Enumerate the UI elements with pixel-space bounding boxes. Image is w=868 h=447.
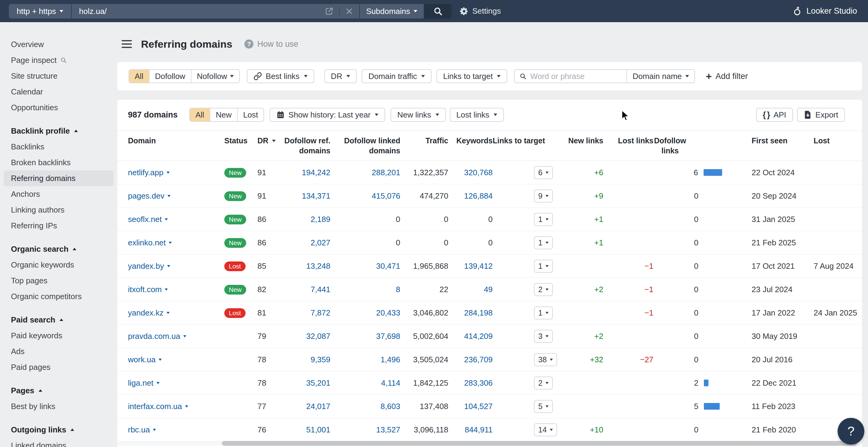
domain-caret-icon[interactable] [159,358,162,361]
domain-link[interactable]: pages.dev [128,191,164,201]
keywords-value[interactable]: 844,911 [448,425,493,435]
sidebar-item-organic-competitors[interactable]: Organic competitors [4,288,114,304]
target-url-input[interactable]: holz.ua/ [71,4,359,19]
lost-links-dropdown[interactable]: Lost links [450,108,504,122]
domain-caret-icon[interactable] [153,429,156,431]
keywords-value[interactable]: 126,884 [448,191,493,201]
links-to-target-dropdown[interactable]: 1 [534,236,553,249]
keywords-value[interactable]: 49 [448,285,493,294]
lost-links-value[interactable]: −1 [608,262,654,271]
dofollow-linked-domains-value[interactable]: 30,471 [330,262,400,271]
dofollow-ref-domains-value[interactable]: 2,027 [283,238,330,247]
keywords-value[interactable]: 236,709 [448,355,493,365]
links-to-target-dropdown[interactable]: 6 [534,166,553,179]
column-header-keywords[interactable]: Keywords [448,136,493,146]
domain-link[interactable]: itxoft.com [128,285,162,294]
dofollow-linked-domains-value[interactable]: 13,527 [330,425,400,435]
sidebar-item-page-inspect[interactable]: Page inspect [4,52,114,68]
keywords-value[interactable]: 283,306 [448,378,493,388]
dofollow-ref-domains-value[interactable]: 35,201 [283,378,330,388]
column-header-dr[interactable]: DR [253,136,283,146]
new-links-value[interactable]: +32 [567,355,608,365]
how-to-use-link[interactable]: ? How to use [244,39,298,49]
dofollow-ref-domains-value[interactable]: 7,872 [283,308,330,318]
dofollow-ref-domains-value[interactable]: 194,242 [283,168,330,177]
seg-new-button[interactable]: New [210,108,237,121]
help-button[interactable]: ? [838,418,864,445]
looker-studio-link[interactable]: Looker Studio [792,0,857,22]
links-to-target-dropdown[interactable]: 1 [534,306,553,319]
links-to-target-filter[interactable]: Links to target [436,69,507,83]
column-header-lost[interactable]: Lost [807,136,862,146]
scope-dropdown[interactable]: Subdomains [359,4,424,19]
dofollow-ref-domains-value[interactable]: 32,087 [283,332,330,341]
links-to-target-dropdown[interactable]: 9 [534,190,553,203]
dofollow-ref-domains-value[interactable]: 9,359 [283,355,330,365]
domain-link[interactable]: netlify.app [128,168,163,177]
keywords-value[interactable]: 320,768 [448,168,493,177]
new-links-value[interactable]: +6 [567,168,608,177]
sidebar-group-header[interactable]: Paid search [4,312,114,328]
dr-filter[interactable]: DR [324,69,357,83]
dofollow-ref-domains-value[interactable]: 134,371 [283,191,330,201]
domain-caret-icon[interactable] [167,265,170,267]
dofollow-ref-domains-value[interactable]: 51,001 [283,425,330,435]
links-to-target-dropdown[interactable]: 3 [534,330,553,343]
column-header-dofollow-linked[interactable]: Dofollow linked domains [330,136,400,156]
domain-link[interactable]: exlinko.net [128,238,166,247]
mode-dofollow-button[interactable]: Dofollow [149,70,191,82]
links-to-target-dropdown[interactable]: 2 [534,377,553,389]
dofollow-linked-domains-value[interactable]: 1,496 [330,355,400,365]
domain-caret-icon[interactable] [185,405,188,408]
new-links-value[interactable]: +9 [567,191,608,201]
new-links-value[interactable]: +2 [567,332,608,341]
seg-all-button[interactable]: All [190,108,210,121]
new-links-value[interactable]: +1 [567,238,608,247]
sidebar-item-top-pages[interactable]: Top pages [4,273,114,288]
sidebar-item-paid-keywords[interactable]: Paid keywords [4,328,114,343]
new-links-value[interactable]: +10 [567,425,608,435]
domain-link[interactable]: rbc.ua [128,425,150,435]
add-filter-button[interactable]: + Add filter [706,71,748,81]
search-scope-dropdown[interactable]: Domain name [626,70,694,82]
open-external-icon[interactable] [324,7,334,16]
mode-nofollow-button[interactable]: Nofollow [191,70,240,82]
sidebar-item-opportunities[interactable]: Opportunities [4,100,114,115]
sidebar-group-header[interactable]: Backlink profile [4,123,114,139]
column-header-lost-links[interactable]: Lost links [608,136,654,146]
dofollow-linked-domains-value[interactable]: 8,603 [330,402,400,411]
word-search-field[interactable] [515,70,626,82]
domain-caret-icon[interactable] [167,195,170,197]
seg-lost-button[interactable]: Lost [237,108,264,121]
keywords-value[interactable]: 104,527 [448,402,493,411]
keywords-value[interactable]: 139,412 [448,262,493,271]
keywords-value[interactable]: 414,209 [448,332,493,341]
best-links-filter[interactable]: Best links [247,69,314,83]
sidebar-item-ads[interactable]: Ads [4,343,114,359]
links-to-target-dropdown[interactable]: 1 [534,213,553,226]
domain-link[interactable]: seoflx.net [128,215,162,224]
sidebar-item-organic-keywords[interactable]: Organic keywords [4,257,114,273]
settings-button[interactable]: Settings [460,0,501,22]
url-search-button[interactable] [424,4,452,19]
column-header-new-links[interactable]: New links [567,136,608,146]
sidebar-item-calendar[interactable]: Calendar [4,84,114,100]
domain-caret-icon[interactable] [166,312,169,314]
domain-caret-icon[interactable] [157,382,160,384]
column-header-status[interactable]: Status [219,136,253,146]
dofollow-linked-domains-value[interactable]: 4,114 [330,378,400,388]
domain-link[interactable]: yandex.kz [128,308,163,318]
new-links-value[interactable]: +1 [567,215,608,224]
domain-link[interactable]: liga.net [128,378,153,388]
lost-links-value[interactable]: −27 [608,355,654,365]
sidebar-item-site-structure[interactable]: Site structure [4,68,114,84]
dofollow-linked-domains-value[interactable]: 415,076 [330,191,400,201]
dofollow-linked-domains-value[interactable]: 8 [330,285,400,294]
menu-toggle-icon[interactable] [122,40,132,48]
new-links-dropdown[interactable]: New links [391,108,445,122]
domain-caret-icon[interactable] [165,218,168,220]
domain-caret-icon[interactable] [166,172,169,174]
domain-link[interactable]: interfax.com.ua [128,402,182,411]
dofollow-linked-domains-value[interactable]: 20,433 [330,308,400,318]
dofollow-ref-domains-value[interactable]: 2,189 [283,215,330,224]
